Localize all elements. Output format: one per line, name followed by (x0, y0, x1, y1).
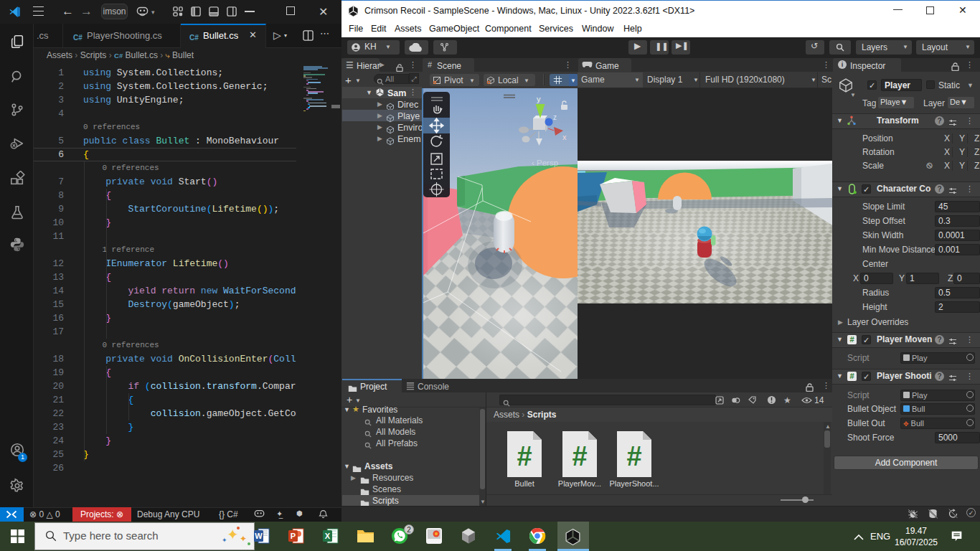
svg-text:P: P (291, 532, 296, 540)
svg-text:X: X (325, 532, 331, 540)
svg-text:x: x (562, 133, 567, 141)
svg-text:#: # (626, 441, 641, 471)
svg-text:#: # (572, 441, 587, 471)
svg-text:W: W (255, 532, 263, 540)
svg-text:z: z (553, 113, 557, 121)
svg-text:y: y (537, 95, 541, 103)
svg-text:‹ Persp: ‹ Persp (532, 159, 558, 167)
svg-text:#: # (517, 441, 532, 471)
